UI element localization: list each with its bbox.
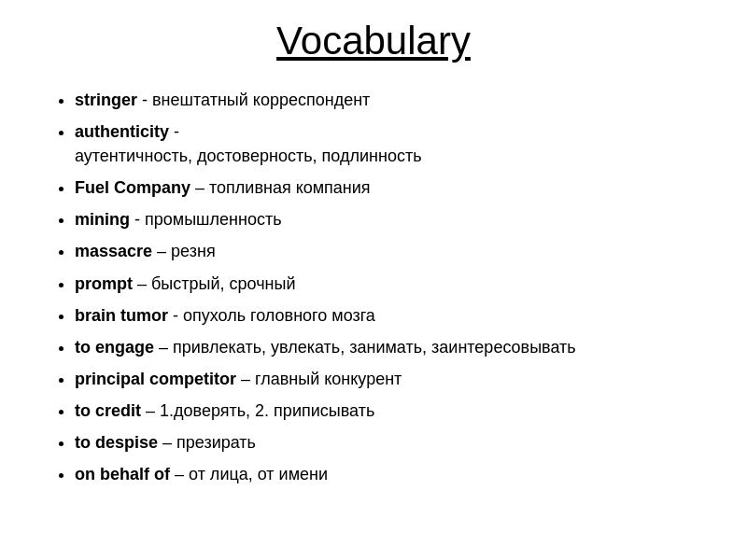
vocab-definition: - [169,122,179,141]
list-item: principal competitor – главный конкурент [75,367,710,391]
vocab-term: Fuel Company [75,178,190,197]
vocab-definition: – 1.доверять, 2. приписывать [141,401,374,420]
vocab-definition: – от лица, от имени [170,465,328,483]
vocab-term: brain tumor [75,306,168,325]
vocab-term: to credit [75,401,141,420]
vocab-term: to despise [75,433,158,452]
list-item: to despise – презирать [75,430,710,455]
list-item: authenticity -аутентичность, достовернос… [75,119,710,168]
vocab-term: to engage [75,338,154,357]
vocab-definition: – резня [152,242,216,260]
vocab-term: principal competitor [75,370,236,388]
vocab-term: authenticity [75,122,169,141]
vocab-term: prompt [75,274,133,293]
list-item: brain tumor - опухоль головного мозга [75,303,710,328]
vocab-definition: – привлекать, увлекать, занимать, заинте… [154,338,576,357]
vocab-definition: – презирать [158,433,256,452]
list-item: mining - промышленность [75,207,710,231]
vocab-definition-continued: аутентичность, достоверность, подлинност… [75,147,422,165]
list-item: to credit – 1.доверять, 2. приписывать [75,399,710,423]
vocab-definition: – быстрый, срочный [133,274,295,293]
vocab-definition: – главный конкурент [236,370,402,388]
list-item: prompt – быстрый, срочный [75,272,710,296]
list-item: massacre – резня [75,239,710,263]
vocab-term: stringer [75,91,137,109]
vocab-term: on behalf of [75,465,170,483]
list-item: Fuel Company – топливная компания [75,175,710,200]
vocab-definition: – топливная компания [190,178,371,197]
vocab-term: massacre [75,242,152,260]
list-item: stringer - внештатный корреспондент [75,88,710,112]
vocab-definition: - внештатный корреспондент [137,91,370,109]
vocabulary-list: stringer - внештатный корреспондентauthe… [37,88,710,486]
page-title: Vocabulary [37,19,710,65]
vocab-definition: - промышленность [130,210,282,229]
list-item: on behalf of – от лица, от имени [75,462,710,486]
list-item: to engage – привлекать, увлекать, занима… [75,335,710,359]
vocab-definition: - опухоль головного мозга [168,306,375,325]
vocab-term: mining [75,210,130,229]
